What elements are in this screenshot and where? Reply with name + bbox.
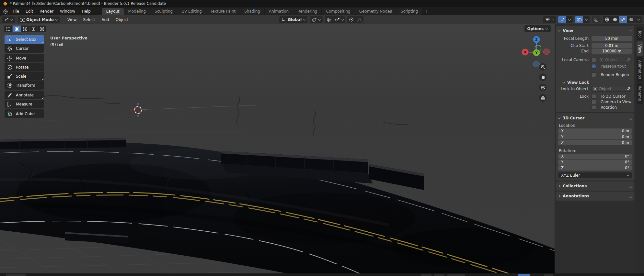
object-visibility-dropdown[interactable]	[543, 16, 556, 23]
cursor-rotation-x-field[interactable]: X 0°	[558, 154, 632, 159]
viewport-scene-canvas[interactable]	[0, 24, 555, 273]
x-neg-axis-ball[interactable]	[544, 49, 550, 55]
tool-annotate[interactable]: Annotate	[5, 91, 44, 99]
shading-rendered-button[interactable]	[627, 16, 635, 23]
transform-orientation-dropdown[interactable]: Global	[279, 16, 307, 23]
tab-rendering[interactable]: Rendering	[293, 8, 321, 15]
show-gizmo-toggle[interactable]	[558, 16, 566, 23]
render-region-checkbox[interactable]	[592, 72, 596, 77]
timeline-active-button-hint[interactable]	[518, 274, 530, 276]
xray-toggle[interactable]	[592, 16, 601, 23]
view-panel-header[interactable]: View	[558, 28, 632, 34]
menu-add[interactable]: Add	[98, 17, 112, 23]
perspective-toggle-button[interactable]	[539, 94, 546, 102]
zoom-button[interactable]	[539, 63, 546, 71]
3d-viewport[interactable]: Options User Perspective (0) jail Select…	[0, 24, 555, 273]
snap-toggle[interactable]	[325, 16, 333, 23]
local-camera-object-field[interactable]: Object	[598, 57, 632, 62]
panel-drag-dots[interactable]	[629, 118, 629, 118]
passepartout-checkbox[interactable]: ✓	[592, 64, 596, 69]
cursor-rotation-y-field[interactable]: Y 0°	[558, 160, 632, 165]
proportional-editing-toggle[interactable]	[347, 16, 355, 23]
timeline-button-hint[interactable]	[421, 274, 431, 276]
sidebar-tab-tool[interactable]: Tool	[637, 28, 643, 40]
menu-edit[interactable]: Edit	[23, 8, 36, 15]
tab-geometry-nodes[interactable]: Geometry Nodes	[355, 8, 396, 15]
focal-length-field[interactable]: 50 mm	[592, 36, 632, 41]
overlays-dropdown[interactable]	[583, 16, 590, 23]
tool-move[interactable]: Move	[5, 54, 44, 62]
select-mode-subtract-button[interactable]	[21, 26, 29, 32]
z-neg-axis-ball[interactable]	[534, 61, 540, 67]
lock-to-3d-cursor-checkbox[interactable]	[592, 94, 596, 99]
cursor-location-y-field[interactable]: Y 0 m	[558, 134, 632, 139]
shading-dropdown[interactable]	[635, 16, 642, 23]
timeline-button-hint[interactable]	[6, 274, 26, 276]
panel-drag-dots[interactable]	[629, 186, 629, 186]
timeline-button-hint[interactable]	[544, 274, 553, 276]
tool-select-box[interactable]: Select Box	[5, 35, 44, 44]
shading-wireframe-button[interactable]	[603, 16, 611, 23]
menu-view[interactable]: View	[64, 17, 80, 23]
annotations-panel-header[interactable]: Annotations	[558, 193, 632, 199]
tool-add-cube[interactable]: Add Cube	[5, 109, 44, 118]
menu-object[interactable]: Object	[112, 17, 132, 23]
tool-rotate[interactable]: Rotate	[5, 63, 44, 72]
menu-window[interactable]: Window	[57, 8, 78, 15]
tool-cursor[interactable]: Cursor	[5, 44, 44, 53]
editor-type-button[interactable]	[2, 17, 15, 23]
tab-modeling[interactable]: Modeling	[124, 8, 150, 15]
tab-shading[interactable]: Shading	[240, 8, 264, 15]
view-lock-header[interactable]: View Lock	[563, 80, 632, 85]
clip-start-field[interactable]: 0.01 m	[592, 43, 632, 48]
timeline-button-hint[interactable]	[434, 274, 444, 276]
tab-animation[interactable]: Animation	[265, 8, 293, 15]
blender-menu-icon[interactable]	[3, 9, 8, 14]
sidebar-tab-rename[interactable]: Rename	[637, 83, 643, 104]
euler-order-dropdown[interactable]: XYZ Euler	[558, 172, 632, 178]
tool-measure[interactable]: Measure	[5, 100, 44, 108]
shading-solid-button[interactable]	[611, 16, 619, 23]
3d-cursor[interactable]	[131, 103, 145, 117]
tool-transform[interactable]: Transform	[5, 81, 44, 90]
snap-to-dropdown[interactable]	[333, 16, 345, 23]
pan-button[interactable]	[539, 73, 546, 81]
cursor-rotation-z-field[interactable]: Z 0°	[558, 165, 632, 171]
sidebar-tab-animation[interactable]: Animation	[637, 57, 643, 82]
pivot-point-dropdown[interactable]	[310, 16, 323, 23]
cursor-location-x-field[interactable]: X 0 m	[558, 128, 632, 134]
mode-dropdown[interactable]: Object Mode	[18, 17, 60, 23]
tab-scripting[interactable]: Scripting	[397, 8, 422, 15]
add-workspace-button[interactable]: +	[422, 8, 431, 15]
show-overlays-toggle[interactable]	[575, 16, 583, 23]
collections-panel-header[interactable]: Collections	[558, 183, 632, 189]
camera-view-button[interactable]	[539, 84, 546, 91]
tool-scale[interactable]: Scale	[5, 72, 44, 81]
shading-material-button[interactable]	[619, 16, 627, 23]
timeline-button-hint[interactable]	[447, 274, 465, 276]
proportional-falloff-dropdown[interactable]	[355, 16, 363, 23]
camera-to-view-checkbox[interactable]	[592, 100, 596, 104]
tab-layout[interactable]: Layout	[102, 8, 124, 15]
lock-to-object-field[interactable]: Object	[592, 86, 632, 92]
select-mode-invert-button[interactable]	[29, 26, 38, 32]
sidebar-tab-view[interactable]: View	[637, 41, 643, 56]
eyedropper-icon[interactable]	[627, 87, 630, 91]
tab-compositing[interactable]: Compositing	[322, 8, 354, 15]
menu-render[interactable]: Render	[37, 8, 56, 15]
options-button[interactable]: Options	[524, 25, 551, 32]
eyedropper-icon[interactable]	[627, 58, 630, 61]
select-mode-set-button[interactable]	[4, 26, 12, 32]
menu-help[interactable]: Help	[79, 8, 93, 15]
tab-texture-paint[interactable]: Texture Paint	[206, 8, 240, 15]
clip-end-field[interactable]: 100000 m	[592, 49, 632, 54]
lock-rotation-checkbox[interactable]	[592, 105, 596, 110]
select-mode-intersect-button[interactable]	[38, 26, 46, 32]
tab-sculpting[interactable]: Sculpting	[150, 8, 177, 15]
tab-uv-editing[interactable]: UV Editing	[177, 8, 206, 15]
menu-file[interactable]: File	[10, 8, 22, 15]
cursor-location-z-field[interactable]: Z 0 m	[558, 140, 632, 145]
local-camera-checkbox[interactable]	[592, 58, 596, 62]
panel-drag-dots[interactable]	[629, 196, 629, 196]
navigation-gizmo[interactable]: Z X Y	[517, 33, 555, 71]
